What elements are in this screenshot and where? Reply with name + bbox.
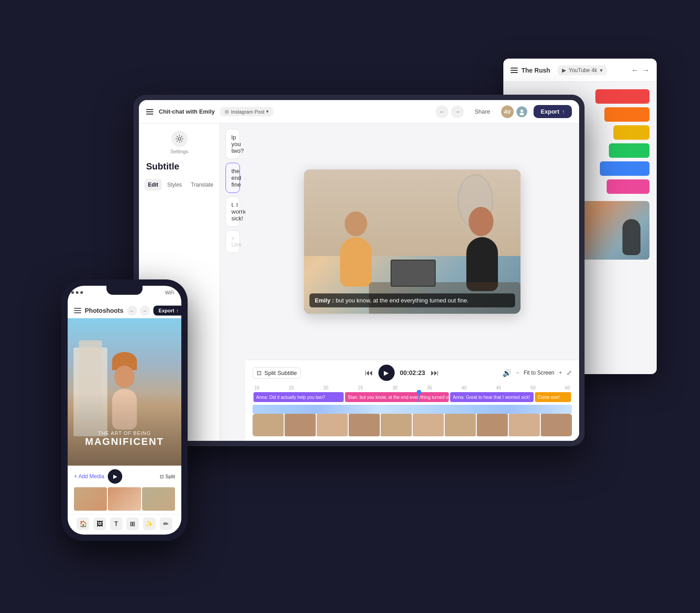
tablet-hamburger-icon[interactable] — [146, 109, 153, 114]
timeline-num-25: 25 — [358, 385, 363, 390]
new-line-placeholder[interactable]: + Line — [226, 230, 240, 253]
thumb-8 — [477, 414, 508, 436]
text-icon-btn[interactable]: T — [110, 517, 123, 530]
tab-edit[interactable]: Edit — [144, 179, 162, 191]
media-icon-btn[interactable]: 🖼 — [93, 517, 106, 530]
svg-point-1 — [520, 113, 524, 115]
phone-device: WiFi Photoshoots ← → Export ↑ — [61, 279, 188, 541]
platform-icon: ▶ — [562, 67, 566, 73]
video-background — [304, 169, 520, 314]
thumbnail-strip — [253, 414, 572, 436]
svg-point-0 — [520, 110, 523, 112]
subtitle-item-1[interactable]: lp you two? 25 🗑 — [226, 129, 240, 159]
thumb-4 — [349, 414, 380, 436]
tab-translate[interactable]: Translate — [187, 179, 217, 191]
layers-icon-btn[interactable]: ⊞ — [126, 517, 139, 530]
phone-wifi-status: WiFi — [165, 290, 174, 295]
phone-screen: WiFi Photoshoots ← → Export ↑ — [68, 286, 181, 535]
subtitle-tabs: Edit Styles Translate — [144, 179, 214, 191]
phone-upload-icon: ↑ — [176, 308, 179, 313]
phone-play-button[interactable]: ▶ — [108, 469, 122, 484]
tablet-topbar: Chit-chat with Emily ◎ Instagram Post ▾ … — [139, 100, 579, 124]
color-bar-red — [595, 89, 649, 104]
phone-hamburger-icon[interactable] — [74, 308, 81, 313]
play-button[interactable]: ▶ — [378, 365, 395, 381]
desktop-toolbar: The Rush ▶ YouTube 4k ▾ ← → — [503, 59, 657, 82]
instagram-platform-badge[interactable]: ◎ Instagram Post ▾ — [220, 107, 273, 116]
segment-3[interactable]: Anna: Great to hear that I worried sick! — [450, 392, 534, 402]
plus-zoom-button[interactable]: + — [559, 370, 562, 376]
color-bar-pink — [607, 179, 649, 194]
thumb-5 — [381, 414, 412, 436]
hamburger-menu-icon[interactable] — [511, 68, 518, 73]
dropdown-icon: ▾ — [600, 67, 603, 73]
segment-4[interactable]: Come one! — [535, 392, 571, 402]
undo-button[interactable]: ← — [436, 105, 448, 118]
split-subtitle-icon: ⊡ — [257, 370, 262, 376]
timeline-controls: ⊡ Split Subtitle ⏮ ▶ 00:02:23 ⏭ 🔊 − — [253, 365, 572, 381]
phone-undo-button[interactable]: ← — [127, 306, 137, 316]
subtitle-text-2: the endfine — [231, 168, 241, 188]
settings-icon[interactable] — [171, 131, 188, 147]
skip-back-button[interactable]: ⏮ — [365, 368, 373, 378]
settings-label: Settings — [170, 149, 189, 154]
subtitle-item-3[interactable]: t. I worried sick! 25 🗑 — [226, 197, 240, 227]
phone-project-title: Photoshoots — [85, 307, 124, 314]
playhead — [419, 392, 419, 402]
caption-speaker-name: Emily : — [315, 297, 336, 304]
main-preview-area: Emily : but you know, at the end everyth… — [245, 124, 579, 441]
phone-thumbnail-strip — [68, 487, 181, 514]
phone-bottom-bar: + Add Media ▶ ⊡ Split — [68, 466, 181, 487]
time-display: 00:02:23 — [400, 369, 425, 376]
dropdown-chevron-icon: ▾ — [266, 109, 269, 114]
thumb-7 — [445, 414, 476, 436]
nav-arrows-group: ← → — [436, 105, 464, 118]
subtitle-item-2[interactable]: the endfine 25 🗑 — [226, 163, 240, 193]
redo-button[interactable]: → — [451, 105, 464, 118]
color-bar-yellow — [613, 125, 649, 140]
subtitle-text-3: t. I worried sick! — [231, 201, 245, 222]
volume-icon[interactable]: 🔊 — [502, 369, 511, 377]
avatar-2 — [516, 105, 528, 118]
phone-thumb-1 — [74, 487, 107, 511]
nav-forward-icon[interactable]: → — [642, 66, 649, 74]
thumb-3 — [317, 414, 348, 436]
thumb-9 — [509, 414, 540, 436]
nav-back-icon[interactable]: ← — [631, 66, 639, 74]
tablet-content: Settings Subtitle Edit Styles Translate … — [139, 124, 579, 441]
minus-zoom-button[interactable]: − — [516, 370, 519, 376]
caption-text: but you know, at the end everything turn… — [336, 297, 469, 304]
phone-export-button[interactable]: Export ↑ — [153, 306, 181, 316]
phone-nav-arrows: ← → — [127, 306, 150, 316]
phone-hero-overlay — [68, 392, 181, 466]
phone-thumb-3 — [142, 487, 175, 511]
phone-hero-text: The Art of Being MAGNIFICENT — [68, 430, 181, 448]
effects-icon-btn[interactable]: ✨ — [143, 517, 156, 530]
platform-label: YouTube 4k — [569, 67, 597, 73]
edit-icon-btn[interactable]: ✏ — [160, 517, 172, 530]
split-subtitle-button[interactable]: ⊡ Split Subtitle — [253, 367, 301, 379]
tab-styles[interactable]: Styles — [164, 179, 186, 191]
phone-export-label: Export — [159, 308, 175, 313]
timeline-num-60: 60 — [565, 385, 570, 390]
segment-2[interactable]: Stan: but you know, at the end everythin… — [345, 392, 449, 402]
phone-redo-button[interactable]: → — [140, 306, 150, 316]
segment-1[interactable]: Anna: Did it actually help you two? — [253, 392, 344, 402]
share-button[interactable]: Share — [469, 105, 496, 118]
fit-to-screen-label: Fit to Screen — [524, 370, 554, 376]
skip-forward-button[interactable]: ⏭ — [431, 368, 439, 378]
subtitle-segments-track: Anna: Did it actually help you two? Stan… — [253, 392, 572, 402]
color-bar-blue — [600, 161, 649, 176]
phone-split-button[interactable]: ⊡ Split — [160, 474, 175, 480]
thumb-6 — [413, 414, 444, 436]
desktop-platform-badge[interactable]: ▶ YouTube 4k ▾ — [557, 65, 607, 75]
home-icon-btn[interactable]: 🏠 — [77, 517, 89, 530]
video-preview: Emily : but you know, at the end everyth… — [304, 169, 520, 314]
tablet-export-button[interactable]: Export ↑ — [534, 105, 572, 118]
waveform-bar — [253, 405, 572, 414]
timeline-num-40: 40 — [461, 385, 466, 390]
phone-topbar: Photoshoots ← → Export ↑ — [68, 301, 181, 318]
add-media-button[interactable]: + Add Media — [74, 473, 104, 480]
fullscreen-icon[interactable]: ⤢ — [566, 369, 572, 376]
phone-split-label: Split — [166, 474, 175, 479]
